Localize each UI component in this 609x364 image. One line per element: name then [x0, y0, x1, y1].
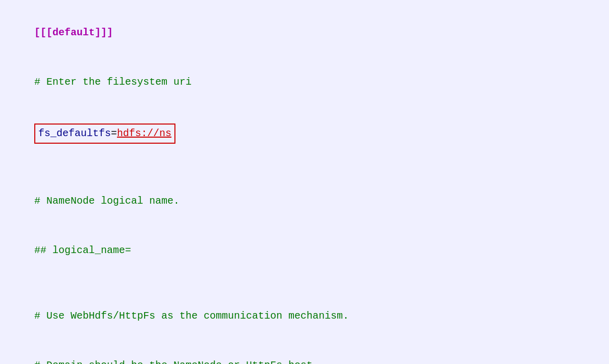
- empty-2: [10, 275, 599, 291]
- comment-namenode: # NameNode logical name.: [10, 176, 599, 226]
- fs-defaultfs-key: fs_defaultfs: [38, 128, 111, 139]
- comment-logical-name: ## logical_name=: [10, 226, 599, 275]
- comment-text: # Use WebHdfs/HttpFs as the communicatio…: [34, 310, 349, 322]
- comment-text: # Domain should be the NameNode or HttpF…: [34, 359, 319, 364]
- section-header-line: [[[default]]]: [10, 8, 599, 57]
- fs-defaultfs-box: fs_defaultfs=hdfs://ns: [34, 124, 175, 144]
- comment-webhdfs1: # Use WebHdfs/HttpFs as the communicatio…: [10, 291, 599, 341]
- fs-defaultfs-line: fs_defaultfs=hdfs://ns: [10, 107, 599, 160]
- comment-filesystem-uri: # Enter the filesystem uri: [10, 57, 599, 107]
- equals: =: [111, 128, 117, 139]
- empty-1: [10, 160, 599, 176]
- comment-text: ## logical_name=: [34, 245, 131, 256]
- fs-defaultfs-val: hdfs://ns: [117, 128, 171, 139]
- comment-text: # NameNode logical name.: [34, 195, 179, 207]
- code-editor: [[[default]]] # Enter the filesystem uri…: [10, 8, 599, 364]
- comment-webhdfs2: # Domain should be the NameNode or HttpF…: [10, 341, 599, 364]
- section-header: [[[default]]]: [34, 27, 113, 38]
- comment-text: # Enter the filesystem uri: [34, 76, 192, 88]
